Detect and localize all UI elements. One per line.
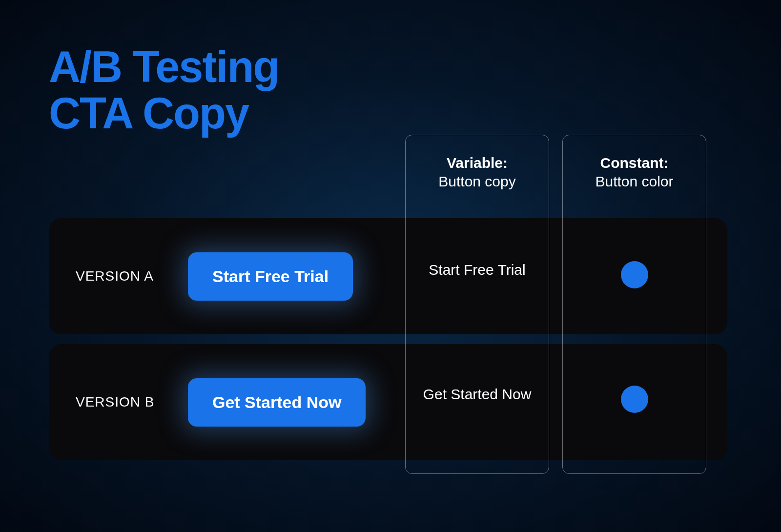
version-b-cta-button[interactable]: Get Started Now bbox=[188, 378, 366, 427]
versions-container: VERSION A Start Free Trial VERSION B Get… bbox=[49, 218, 727, 470]
variable-header-sub: Button copy bbox=[406, 172, 549, 191]
variable-header-title: Variable: bbox=[406, 154, 549, 172]
constant-column-header: Constant: Button color bbox=[563, 154, 706, 190]
page-title: A/B Testing CTA Copy bbox=[49, 44, 279, 136]
version-b-row: VERSION B Get Started Now bbox=[49, 344, 727, 460]
title-line-2: CTA Copy bbox=[49, 90, 279, 137]
variable-column-header: Variable: Button copy bbox=[406, 154, 549, 190]
constant-header-title: Constant: bbox=[563, 154, 706, 172]
title-line-1: A/B Testing bbox=[49, 44, 279, 90]
version-a-label: VERSION A bbox=[76, 268, 188, 284]
constant-header-sub: Button color bbox=[563, 172, 706, 191]
version-a-cta-button[interactable]: Start Free Trial bbox=[188, 252, 353, 301]
version-a-row: VERSION A Start Free Trial bbox=[49, 218, 727, 334]
version-b-label: VERSION B bbox=[76, 394, 188, 410]
